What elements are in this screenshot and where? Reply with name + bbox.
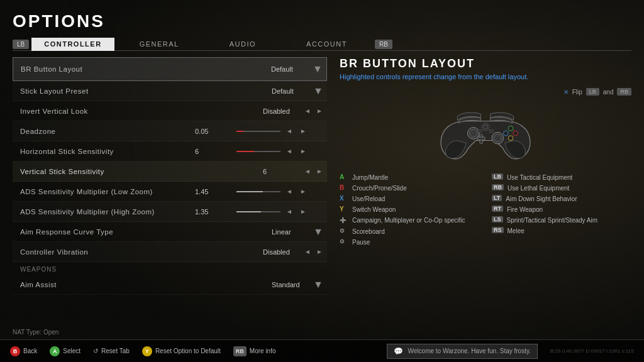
setting-aim-response[interactable]: Aim Response Curve Type Linear ▼: [13, 222, 327, 242]
setting-ads-low[interactable]: ADS Sensitivity Multiplier (Low Zoom) 1.…: [13, 182, 327, 202]
lb-bumper[interactable]: LB: [13, 40, 29, 49]
b-badge: B: [10, 346, 20, 356]
h-sensitivity-slider[interactable]: 6 ◄ ►: [195, 145, 327, 158]
reset-option-button[interactable]: Y Reset Option to Default: [142, 346, 221, 356]
dropdown-arrow-icon: ▼: [312, 226, 325, 238]
arrow-left-icon[interactable]: ◄: [284, 145, 294, 158]
version-info: B:29.0.40.3677 D:09017 I:1361 s:115: [550, 348, 634, 354]
btn-rt-label: RT: [492, 206, 503, 212]
v-sensitivity-controls[interactable]: 6 ◄ ►: [263, 165, 327, 178]
setting-aim-assist[interactable]: Aim Assist Standard ▼: [13, 275, 327, 295]
mapping-row: ⊙ Scoreboard: [340, 226, 479, 237]
arrow-right-icon[interactable]: ►: [314, 165, 325, 178]
mapping-action: Scoreboard: [352, 228, 385, 236]
tab-account[interactable]: ACCOUNT: [281, 38, 372, 50]
arrow-left-icon[interactable]: ◄: [284, 206, 294, 218]
mapping-row: Y Switch Weapon: [340, 204, 479, 215]
mapping-action: Use/Reload: [352, 195, 385, 203]
btn-b-label: B: [340, 184, 348, 191]
slider-fill: [236, 191, 263, 192]
arrow-left-icon[interactable]: ◄: [303, 165, 313, 178]
highlighted-label: Highlighted: [340, 73, 374, 80]
right-panel-subtitle: Highlighted controls represent change fr…: [340, 73, 631, 80]
mapping-action: Switch Weapon: [352, 206, 396, 214]
slider-track: [236, 151, 280, 152]
reset-tab-button[interactable]: ↺ Reset Tab: [93, 348, 130, 354]
dropdown-arrow-icon: ▼: [312, 85, 325, 97]
weapons-section-header: Weapons: [13, 262, 327, 275]
reset-tab-label: Reset Tab: [101, 348, 130, 354]
svg-point-9: [508, 136, 513, 141]
button-mappings: A Jump/Mantle B Crouch/Prone/Slide X Use…: [340, 172, 631, 248]
rs-icon: ⊙: [340, 238, 348, 244]
mapping-row: X Use/Reload: [340, 194, 479, 204]
svg-rect-13: [478, 130, 482, 133]
back-label: Back: [23, 348, 37, 354]
mapping-action: Sprint/Tactical Sprint/Steady Aim: [507, 216, 598, 224]
stick-layout-preset-dropdown[interactable]: Default ▼: [272, 85, 327, 97]
flip-row: ✕ Flip LB and RB: [340, 88, 631, 96]
mapping-row: B Crouch/Prone/Slide: [340, 183, 479, 194]
invert-vertical-controls[interactable]: Disabled ◄ ►: [263, 105, 327, 118]
ads-low-slider[interactable]: 1.45 ◄ ►: [195, 185, 327, 198]
slider-fill: [236, 131, 243, 132]
x-icon: ✕: [564, 89, 569, 96]
controller-svg: [435, 102, 536, 165]
dpad-icon: ✛: [340, 216, 348, 225]
mapping-row: LS Sprint/Tactical Sprint/Steady Aim: [492, 215, 631, 226]
arrow-left-icon[interactable]: ◄: [303, 246, 313, 258]
setting-invert-vertical[interactable]: Invert Vertical Look Disabled ◄ ►: [13, 101, 327, 121]
settings-list: BR Button Layout Default ▼ Stick Layout …: [13, 57, 327, 350]
btn-a-label: A: [340, 173, 348, 180]
setting-stick-layout-preset[interactable]: Stick Layout Preset Default ▼: [13, 81, 327, 101]
tab-general[interactable]: GENERAL: [114, 38, 204, 50]
a-badge: A: [50, 346, 60, 356]
setting-v-sensitivity[interactable]: Vertical Stick Sensitivity 6 ◄ ►: [13, 162, 327, 182]
flip-rb-badge[interactable]: RB: [617, 88, 631, 96]
deadzone-slider[interactable]: 0.05 ◄ ►: [195, 125, 327, 138]
arrow-right-icon[interactable]: ►: [298, 145, 308, 158]
mapping-action: Crouch/Prone/Slide: [352, 184, 407, 192]
right-mappings: LB Use Tactical Equipment RB Use Lethal …: [492, 172, 631, 248]
mapping-row: RT Fire Weapon: [492, 204, 631, 215]
select-button[interactable]: A Select: [50, 346, 80, 356]
page-title: OPTIONS: [13, 11, 631, 31]
setting-controller-vibration[interactable]: Controller Vibration Disabled ◄ ►: [13, 242, 327, 262]
aim-response-dropdown[interactable]: Linear ▼: [272, 226, 327, 238]
setting-deadzone[interactable]: Deadzone 0.05 ◄ ►: [13, 121, 327, 141]
arrow-left-icon[interactable]: ◄: [284, 185, 294, 198]
ads-high-slider[interactable]: 1.35 ◄ ►: [195, 206, 327, 218]
left-mappings: A Jump/Mantle B Crouch/Prone/Slide X Use…: [340, 172, 479, 248]
arrow-right-icon[interactable]: ►: [314, 246, 325, 258]
back-button[interactable]: B Back: [10, 346, 37, 356]
setting-ads-high[interactable]: ADS Sensitivity Multiplier (High Zoom) 1…: [13, 202, 327, 222]
arrow-right-icon[interactable]: ►: [298, 125, 308, 138]
mapping-action: Use Tactical Equipment: [507, 173, 572, 182]
mapping-row: LT Aim Down Sight Behavior: [492, 194, 631, 204]
nav-tabs: LB CONTROLLER GENERAL AUDIO ACCOUNT RB: [13, 38, 631, 51]
tab-audio[interactable]: AUDIO: [204, 38, 281, 50]
btn-lt-label: LT: [492, 195, 502, 201]
mapping-row: ✛ Campaign, Multiplayer or Co-Op specifi…: [340, 215, 479, 226]
br-button-layout-dropdown[interactable]: Default ▼: [271, 63, 326, 75]
rb-bumper[interactable]: RB: [375, 40, 392, 49]
right-panel: BR BUTTON LAYOUT Highlighted controls re…: [340, 57, 631, 350]
svg-point-8: [503, 131, 508, 136]
mapping-row: RS Melee: [492, 226, 631, 236]
arrow-right-icon[interactable]: ►: [298, 206, 308, 218]
controller-diagram: [340, 102, 631, 165]
setting-br-button-layout[interactable]: BR Button Layout Default ▼: [13, 57, 327, 81]
setting-h-sensitivity[interactable]: Horizontal Stick Sensitivity 6 ◄ ►: [13, 141, 327, 162]
arrow-right-icon[interactable]: ►: [314, 105, 325, 118]
arrow-left-icon[interactable]: ◄: [284, 125, 294, 138]
flip-lb-badge[interactable]: LB: [586, 88, 599, 96]
mapping-row: LB Use Tactical Equipment: [492, 172, 631, 183]
arrow-left-icon[interactable]: ◄: [303, 105, 313, 118]
more-info-button[interactable]: RB More info: [233, 346, 276, 356]
arrow-right-icon[interactable]: ►: [298, 185, 308, 198]
svg-point-7: [513, 131, 518, 136]
aim-assist-dropdown[interactable]: Standard ▼: [272, 278, 327, 291]
tab-controller[interactable]: CONTROLLER: [31, 38, 114, 50]
vibration-controls[interactable]: Disabled ◄ ►: [263, 246, 327, 258]
chat-icon: 💬: [394, 347, 403, 356]
